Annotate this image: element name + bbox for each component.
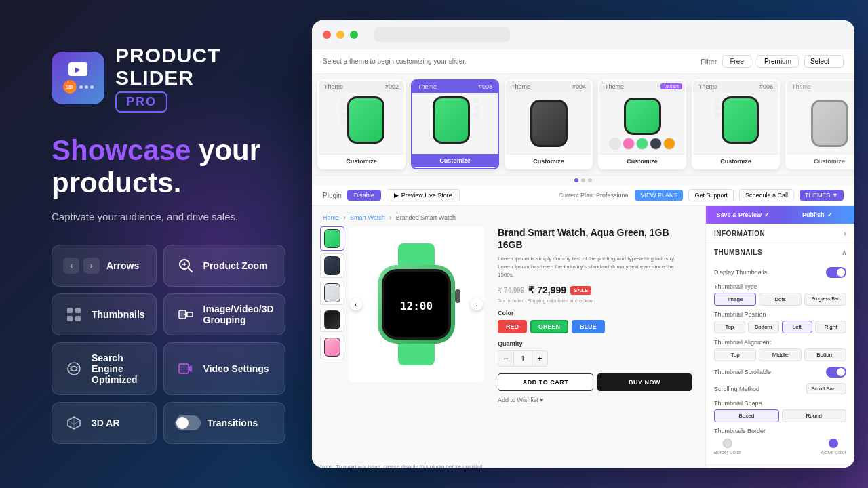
color-green[interactable]: GREEN xyxy=(530,320,568,333)
tax-info: Tax Included. Shipping calculated at che… xyxy=(498,298,692,303)
customize-btn-006[interactable]: Customize xyxy=(693,154,778,168)
carousel-dot-1[interactable] xyxy=(574,178,578,182)
carousel-dot-3[interactable] xyxy=(588,178,592,182)
carousel-dot-2[interactable] xyxy=(581,178,585,182)
disable-btn[interactable]: Disable xyxy=(347,190,381,201)
customize-btn-004[interactable]: Customize xyxy=(506,154,591,168)
thumbnails-chevron: ∧ xyxy=(842,249,847,256)
breadcrumb-home[interactable]: Home xyxy=(323,214,339,221)
svg-text:12:00: 12:00 xyxy=(400,300,433,312)
theme-card-last[interactable]: Theme#0... Customize xyxy=(785,79,854,169)
preview-btn[interactable]: ▶ Preview Live Store xyxy=(387,189,460,201)
thumb-2[interactable] xyxy=(320,253,344,278)
themes-dropdown-btn[interactable]: THEMES ▼ xyxy=(800,190,844,201)
theme-card-003[interactable]: Theme#003 Customize xyxy=(411,79,499,169)
thumb-pos-left[interactable]: Left xyxy=(782,321,813,333)
thumb-shape-boxed[interactable]: Boxed xyxy=(714,409,779,422)
theme-card-002[interactable]: Theme#002 Customize xyxy=(317,79,406,169)
thumb-pos-top[interactable]: Top xyxy=(714,321,745,333)
arrows-feature[interactable]: ‹ › Arrows xyxy=(52,245,157,287)
wishlist-link[interactable]: Add to Wishlist ♥ xyxy=(498,396,692,403)
plugin-controls: Plugin Disable ▶ Preview Live Store Curr… xyxy=(312,185,854,206)
thumbnail-position-row: Top Bottom Left Right xyxy=(714,321,846,333)
qty-value: 1 xyxy=(513,351,532,366)
transitions-feature[interactable]: Transitions xyxy=(163,402,285,444)
product-zoom-feature[interactable]: Product Zoom xyxy=(163,245,285,287)
customize-btn-003[interactable]: Customize xyxy=(412,154,498,167)
qty-increase-btn[interactable]: + xyxy=(532,351,547,366)
svg-line-1 xyxy=(188,268,192,272)
transitions-toggle[interactable] xyxy=(175,415,201,430)
thumbnail-scrollable-toggle[interactable] xyxy=(826,367,846,378)
active-color-swatch[interactable] xyxy=(829,439,838,448)
thumb-type-progress[interactable]: Progress Bar xyxy=(804,293,846,306)
save-preview-btn[interactable]: Save & Preview ✓ xyxy=(706,206,781,224)
thumb-pos-bottom[interactable]: Bottom xyxy=(748,321,779,333)
gallery-next-btn[interactable]: › xyxy=(471,298,483,310)
publish-btn[interactable]: Publish ✓ xyxy=(781,206,855,224)
arrow-left-btn[interactable]: ‹ xyxy=(63,258,79,274)
buy-now-btn[interactable]: BUY NOW xyxy=(597,373,692,391)
thumbnail-position-label: Thumbnail Position xyxy=(714,311,846,318)
gallery-prev-btn[interactable]: ‹ xyxy=(350,298,362,310)
thumbnails-header[interactable]: THUMBNAILS ∧ xyxy=(706,243,854,262)
breadcrumb: Home › Smart Watch › Branded Smart Watch xyxy=(320,214,697,221)
theme-preview-003 xyxy=(412,93,498,154)
thumb-4[interactable] xyxy=(320,308,344,332)
thumb-align-middle[interactable]: Middle xyxy=(759,348,801,361)
plan-label: Current Plan: Professional xyxy=(558,192,629,199)
scrolling-method-select[interactable]: Scroll Bar xyxy=(806,383,846,394)
thumbnails-icon xyxy=(63,304,85,325)
price-row: ₹ 74,999 ₹ 72,999 SALE xyxy=(498,285,692,296)
thumb-align-bottom[interactable]: Bottom xyxy=(804,348,846,361)
thumb-5[interactable] xyxy=(320,335,344,359)
svg-point-10 xyxy=(68,363,80,375)
theme-select[interactable]: Select xyxy=(804,55,844,68)
add-to-cart-btn[interactable]: ADD TO CART xyxy=(498,373,593,391)
color-red[interactable]: RED xyxy=(498,320,527,333)
customize-btn-005[interactable]: Customize xyxy=(599,154,685,168)
theme-card-005[interactable]: Theme#005 Variant Cus xyxy=(598,79,686,169)
thumb-type-image[interactable]: Image xyxy=(714,293,756,306)
theme-card-006[interactable]: Theme#006 Customize xyxy=(692,79,780,169)
thumb-shape-round[interactable]: Round xyxy=(782,409,847,422)
arrow-right-btn[interactable]: › xyxy=(83,258,100,274)
grouping-feature[interactable]: Image/Video/3DGrouping xyxy=(163,293,285,336)
color-blue[interactable]: BLUE xyxy=(572,320,605,333)
svg-rect-21 xyxy=(455,289,460,303)
qty-decrease-btn[interactable]: − xyxy=(498,351,513,366)
thumb-1[interactable] xyxy=(320,226,344,251)
action-buttons: ADD TO CART BUY NOW xyxy=(498,373,692,391)
free-filter-btn[interactable]: Free xyxy=(722,55,751,68)
product-zoom-label: Product Zoom xyxy=(203,260,268,271)
thumb-pos-right[interactable]: Right xyxy=(815,321,846,333)
premium-filter-btn[interactable]: Premium xyxy=(757,55,799,68)
support-btn[interactable]: Get Support xyxy=(688,189,734,201)
view-plans-btn[interactable]: VIEW PLANS xyxy=(635,190,683,201)
3d-ar-feature[interactable]: 3D AR xyxy=(52,402,157,444)
breadcrumb-smart-watch[interactable]: Smart Watch xyxy=(350,214,385,221)
app-window: Select a theme to begin customizing your… xyxy=(312,20,854,468)
thumb-align-top[interactable]: Top xyxy=(714,348,756,361)
thumb-type-dots[interactable]: Dots xyxy=(759,293,801,306)
theme-selector-header: Select a theme to begin customizing your… xyxy=(312,49,854,74)
plugin-label: Plugin xyxy=(323,192,342,199)
information-header[interactable]: INFORMATION › xyxy=(706,224,854,243)
carousel-dots xyxy=(312,176,854,185)
pro-badge: PRO xyxy=(115,92,167,113)
brand-title-line1: PRODUCT xyxy=(115,44,220,66)
video-settings-feature[interactable]: Video Settings xyxy=(163,342,285,395)
information-chevron: › xyxy=(844,230,846,237)
schedule-btn[interactable]: Schedule a Call xyxy=(739,189,794,201)
border-color-swatch[interactable] xyxy=(723,439,732,448)
theme-preview-last xyxy=(787,93,854,154)
theme-card-004[interactable]: Theme#004 Customize xyxy=(505,79,593,169)
note-text: Note : To avoid any issue, please disabl… xyxy=(320,458,697,468)
customize-btn-last[interactable]: Customize xyxy=(787,154,854,168)
customize-btn-002[interactable]: Customize xyxy=(319,154,404,168)
seo-feature[interactable]: Search EngineOptimized xyxy=(52,342,157,395)
thumb-3[interactable] xyxy=(320,281,344,305)
preview-icon: ▶ xyxy=(394,192,399,199)
thumbnails-feature[interactable]: Thumbnails xyxy=(52,293,157,336)
display-thumbnails-toggle[interactable] xyxy=(826,267,846,278)
